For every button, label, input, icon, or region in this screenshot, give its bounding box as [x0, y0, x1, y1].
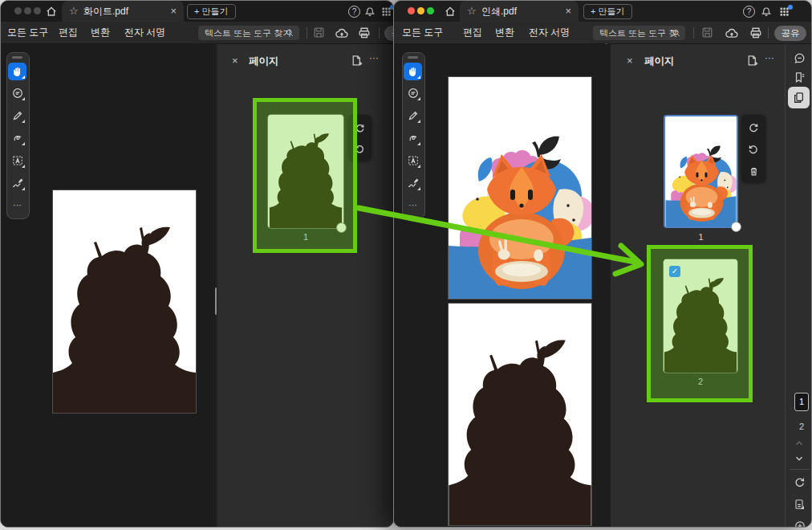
- tab-title: 화이트.pdf: [83, 1, 128, 22]
- search-icon: [285, 28, 294, 38]
- help-icon[interactable]: ?: [743, 6, 755, 18]
- favorite-star-icon[interactable]: ☆: [467, 6, 477, 16]
- draw-tool-button[interactable]: [404, 129, 422, 147]
- home-icon[interactable]: [444, 5, 457, 18]
- menu-esign[interactable]: 전자 서명: [124, 22, 165, 43]
- thumbnail-page-number: 1: [664, 232, 738, 242]
- rotate-clockwise-button[interactable]: [741, 118, 765, 137]
- pages-panel-title: 페이지: [644, 55, 675, 68]
- notification-dot: [788, 5, 793, 10]
- rotate-ccw-icon: [747, 143, 760, 156]
- rail-drag-handle[interactable]: [408, 56, 418, 59]
- annotation-target-highlight: [647, 245, 753, 402]
- document-tab[interactable]: ☆ 화이트.pdf ×: [62, 1, 184, 22]
- tab-bar: ☆ 화이트.pdf × + 만들기 ?: [1, 1, 393, 22]
- home-icon[interactable]: [45, 5, 58, 18]
- menu-edit[interactable]: 편집: [59, 22, 78, 43]
- save-icon[interactable]: [312, 26, 326, 39]
- panel-close-icon[interactable]: ×: [232, 55, 238, 66]
- print-icon[interactable]: [357, 26, 371, 40]
- more-tools-button[interactable]: ···: [404, 196, 422, 214]
- help-icon[interactable]: ?: [348, 6, 360, 18]
- divider: [768, 27, 769, 39]
- panel-more-icon[interactable]: ···: [369, 52, 379, 63]
- thumbnail-art: [665, 116, 737, 226]
- notifications-bell-icon[interactable]: [760, 6, 773, 18]
- comments-panel-button[interactable]: [793, 51, 806, 65]
- draw-tool-button[interactable]: [8, 129, 26, 147]
- highlight-tool-button[interactable]: [8, 107, 26, 124]
- hand-tool-button[interactable]: [404, 63, 422, 80]
- fill-sign-tool-button[interactable]: [8, 174, 26, 192]
- annotation-source-highlight: [253, 98, 357, 253]
- rotate-counterclockwise-button[interactable]: [741, 140, 765, 159]
- hand-tool-button[interactable]: [8, 63, 26, 80]
- save-icon[interactable]: [700, 26, 714, 39]
- traffic-zoom-button[interactable]: [427, 7, 434, 14]
- create-button[interactable]: + 만들기: [187, 4, 236, 19]
- refresh-button[interactable]: [793, 475, 806, 489]
- page-number-2[interactable]: 2: [794, 422, 809, 431]
- cloud-upload-icon[interactable]: [335, 26, 349, 40]
- current-page-indicator[interactable]: 1: [794, 393, 809, 411]
- menu-edit[interactable]: 편집: [463, 22, 482, 43]
- chevron-down-icon: [794, 453, 805, 464]
- trash-icon: [748, 165, 760, 177]
- document-tab[interactable]: ☆ 인쇄.pdf ×: [460, 1, 579, 22]
- comment-tool-button[interactable]: [8, 84, 26, 102]
- cloud-upload-icon[interactable]: [725, 26, 739, 40]
- menu-all-tools[interactable]: 모든 도구: [7, 22, 48, 43]
- traffic-minimize-button[interactable]: [24, 7, 31, 14]
- traffic-minimize-button[interactable]: [417, 7, 424, 14]
- menu-all-tools[interactable]: 모든 도구: [402, 22, 443, 43]
- fill-sign-tool-button[interactable]: [404, 174, 422, 192]
- toolbar: 모든 도구 편집 변환 전자 서명 텍스트 또는 도구 찾기 공유: [394, 22, 811, 44]
- highlight-tool-button[interactable]: [404, 107, 422, 124]
- print-icon[interactable]: [749, 26, 763, 40]
- search-input[interactable]: 텍스트 또는 도구 찾기: [593, 26, 685, 40]
- tab-close-icon[interactable]: ×: [170, 6, 177, 16]
- pdf-page-silhouette: [449, 304, 591, 525]
- menu-esign[interactable]: 전자 서명: [529, 22, 570, 43]
- plus-icon: +: [194, 6, 199, 16]
- more-tools-button[interactable]: ···: [8, 196, 26, 214]
- page-thumbnail-1[interactable]: [664, 115, 738, 228]
- pages-panel-button[interactable]: [788, 87, 810, 108]
- right-rail: 1 2: [785, 44, 811, 527]
- pages-icon: [792, 91, 806, 104]
- delete-page-button[interactable]: [741, 161, 765, 181]
- panel-more-icon[interactable]: ···: [765, 52, 774, 63]
- chevron-up-icon: [794, 438, 805, 449]
- previous-page-button[interactable]: [794, 438, 805, 449]
- traffic-close-button[interactable]: [14, 7, 22, 14]
- panel-close-icon[interactable]: ×: [627, 55, 633, 66]
- bookmarks-panel-button[interactable]: [793, 71, 806, 84]
- tab-close-icon[interactable]: ×: [565, 6, 571, 16]
- thumbnail-selection-dot[interactable]: [731, 222, 741, 232]
- traffic-zoom-button[interactable]: [34, 7, 41, 14]
- text-edit-tool-button[interactable]: [404, 152, 422, 169]
- notifications-bell-icon[interactable]: [363, 6, 376, 18]
- comment-tool-button[interactable]: [404, 84, 422, 102]
- zoom-button[interactable]: [794, 520, 806, 528]
- thumbnail-checkbox[interactable]: ✓: [669, 266, 680, 277]
- favorite-star-icon[interactable]: ☆: [69, 6, 79, 16]
- text-edit-tool-button[interactable]: [8, 152, 26, 169]
- page-display-button[interactable]: [793, 498, 806, 511]
- menu-convert[interactable]: 변환: [91, 22, 110, 43]
- add-page-icon[interactable]: [350, 54, 363, 67]
- traffic-close-button[interactable]: [408, 7, 415, 14]
- divider: [790, 469, 810, 470]
- share-button[interactable]: 공유: [774, 26, 806, 41]
- add-page-icon[interactable]: [745, 54, 759, 67]
- toolbar: 모든 도구 편집 변환 전자 서명 텍스트 또는 도구 찾기 공유: [1, 22, 393, 44]
- search-icon: [672, 28, 681, 38]
- search-input[interactable]: 텍스트 또는 도구 찾기: [198, 26, 299, 40]
- pdf-page-fox: [449, 77, 591, 299]
- bookmark-icon: [793, 71, 806, 84]
- create-button[interactable]: + 만들기: [583, 4, 632, 19]
- next-page-button[interactable]: [794, 453, 805, 464]
- rail-drag-handle[interactable]: [12, 56, 22, 59]
- menu-convert[interactable]: 변환: [495, 22, 514, 43]
- check-icon: ✓: [672, 267, 678, 275]
